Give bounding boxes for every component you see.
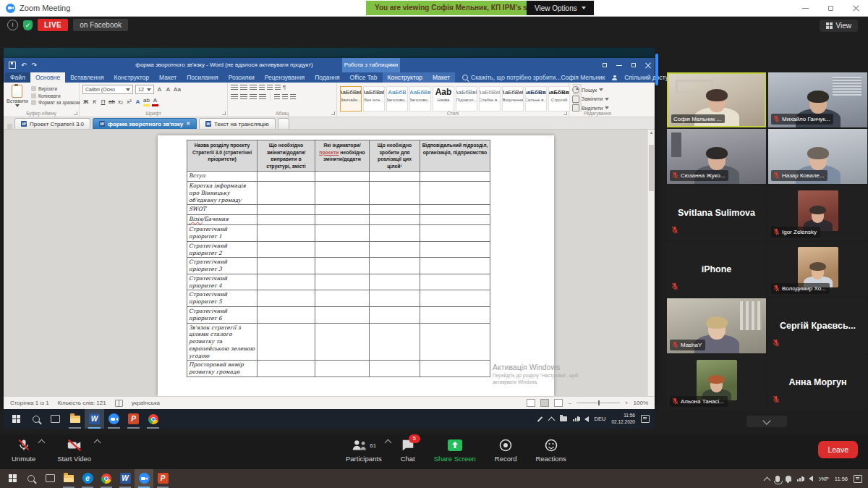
table-empty-cell[interactable] bbox=[420, 215, 490, 225]
participant-tile[interactable]: Сюзанна Жуко... bbox=[667, 129, 766, 184]
tab-menu-icon[interactable] bbox=[7, 124, 12, 129]
style-item[interactable]: АаБбВвГВиділення bbox=[502, 86, 524, 112]
clock[interactable]: 11:56 02.12.2020 bbox=[611, 413, 635, 426]
table-row-label[interactable]: Зв'язок стратегії з цілями сталого розви… bbox=[187, 323, 258, 361]
table-empty-cell[interactable] bbox=[315, 290, 370, 307]
table-row-label[interactable]: Вступ bbox=[187, 172, 258, 182]
table-header-cell[interactable]: Які індикатори/проекти необхідно змінити… bbox=[315, 140, 370, 172]
style-item[interactable]: АаБбВЗаголово... bbox=[386, 86, 408, 112]
ribbon-tab[interactable]: Рецензування bbox=[260, 72, 310, 83]
participant-tile[interactable]: Софія Мельник ... bbox=[667, 72, 766, 127]
borders-icon[interactable] bbox=[290, 94, 296, 100]
table-empty-cell[interactable] bbox=[315, 241, 370, 258]
language-tray[interactable]: УКР bbox=[819, 476, 829, 482]
multilevel-list-icon[interactable] bbox=[250, 85, 257, 91]
start-icon[interactable] bbox=[3, 469, 22, 488]
start-icon[interactable] bbox=[7, 409, 26, 429]
table-empty-cell[interactable] bbox=[258, 205, 315, 215]
table-empty-cell[interactable] bbox=[420, 182, 490, 205]
document-tab[interactable]: WПроект Стратегії 3.0 bbox=[14, 118, 90, 129]
font-command-icon[interactable]: А bbox=[156, 85, 163, 93]
participant-tile[interactable]: Михайло Ганчук... bbox=[768, 72, 867, 127]
table-row-label[interactable]: SWOT bbox=[187, 205, 258, 215]
zoom-slider[interactable] bbox=[576, 403, 620, 403]
style-item[interactable]: AabНазва bbox=[433, 86, 454, 112]
line-spacing-icon[interactable] bbox=[274, 94, 280, 100]
show-marks-icon[interactable]: ¶ bbox=[283, 85, 286, 91]
table-empty-cell[interactable] bbox=[370, 172, 420, 182]
font-name-box[interactable]: Calibri (Осно bbox=[82, 85, 133, 94]
table-empty-cell[interactable] bbox=[370, 274, 420, 290]
ribbon-tab[interactable]: Файл bbox=[5, 72, 30, 83]
clipboard-command[interactable]: Копіювати bbox=[31, 93, 80, 98]
dialog-launcher-icon[interactable] bbox=[563, 112, 567, 115]
font-command-icon[interactable]: К bbox=[91, 98, 98, 106]
table-empty-cell[interactable] bbox=[420, 258, 490, 274]
align-right-icon[interactable] bbox=[250, 94, 257, 100]
participant-tile[interactable]: iPhone bbox=[667, 242, 766, 297]
zoom-icon[interactable] bbox=[104, 409, 124, 429]
clock[interactable]: 11:56 bbox=[835, 476, 848, 482]
unmute-button[interactable]: Unmute bbox=[12, 437, 35, 463]
ribbon-options-icon[interactable] bbox=[602, 62, 608, 68]
document-scrollbar[interactable]: ▲ bbox=[647, 130, 655, 396]
table-empty-cell[interactable] bbox=[258, 323, 315, 361]
font-command-icon[interactable]: П bbox=[100, 98, 106, 106]
font-command-icon[interactable]: А bbox=[152, 96, 158, 106]
table-empty-cell[interactable] bbox=[258, 182, 315, 205]
ribbon-tab[interactable]: Подання bbox=[310, 72, 344, 83]
context-ribbon-tab[interactable]: Конструктор bbox=[383, 72, 427, 83]
maximize-icon[interactable] bbox=[827, 5, 834, 12]
paste-button[interactable]: Вставити bbox=[7, 85, 28, 110]
table-empty-cell[interactable] bbox=[370, 225, 420, 242]
info-icon[interactable]: i bbox=[7, 20, 18, 30]
powerpoint-icon[interactable]: P bbox=[153, 469, 172, 488]
page-indicator[interactable]: Сторінка 1 із 1 bbox=[10, 400, 49, 406]
save-icon[interactable] bbox=[9, 62, 16, 69]
word-minimize-icon[interactable] bbox=[616, 62, 622, 68]
table-empty-cell[interactable] bbox=[420, 361, 490, 377]
table-row-label[interactable]: Стратегічний пріоритет 2 bbox=[187, 241, 258, 258]
participant-tile[interactable]: MashaY bbox=[667, 298, 766, 353]
table-row-label[interactable]: Стратегічний пріоритет 3 bbox=[187, 258, 258, 274]
participant-tile[interactable]: Назар Ковале... bbox=[768, 129, 867, 184]
table-empty-cell[interactable] bbox=[420, 307, 490, 324]
bell-icon[interactable] bbox=[786, 476, 791, 481]
table-empty-cell[interactable] bbox=[420, 172, 490, 182]
ribbon-tab[interactable]: Конструктор bbox=[109, 72, 154, 83]
table-empty-cell[interactable] bbox=[315, 323, 370, 361]
share-screen-button[interactable]: Share Screen bbox=[434, 437, 476, 463]
chevron-up-icon[interactable] bbox=[765, 476, 770, 481]
clipboard-command[interactable]: Формат за зразком bbox=[31, 100, 80, 105]
ribbon-tab[interactable]: Основне bbox=[30, 72, 65, 83]
font-command-icon[interactable]: Аа bbox=[174, 85, 181, 93]
minimize-icon[interactable] bbox=[802, 5, 809, 12]
shield-icon[interactable]: ✓ bbox=[23, 20, 33, 30]
notification-icon[interactable] bbox=[641, 415, 650, 423]
table-empty-cell[interactable] bbox=[258, 241, 315, 258]
gallery-view-button[interactable]: View bbox=[820, 20, 859, 32]
search-icon[interactable] bbox=[22, 469, 41, 488]
table-empty-cell[interactable] bbox=[370, 361, 420, 377]
participant-tile[interactable]: Альона Танасі... bbox=[667, 355, 766, 410]
chrome-icon[interactable] bbox=[97, 469, 116, 488]
table-empty-cell[interactable] bbox=[258, 172, 315, 182]
participant-tile[interactable]: Сергій Краєвсь... bbox=[768, 298, 867, 353]
tell-me-box[interactable]: Скажіть, що потрібно зробити... bbox=[462, 72, 561, 83]
folder-tray-icon[interactable] bbox=[560, 416, 567, 421]
new-tab-stub[interactable] bbox=[278, 118, 289, 129]
chevron-up-icon[interactable] bbox=[384, 439, 391, 447]
dialog-launcher-icon[interactable] bbox=[331, 112, 335, 115]
language-indicator[interactable]: українська bbox=[132, 400, 160, 406]
participant-tile[interactable]: Анна Моргун bbox=[768, 355, 867, 410]
table-empty-cell[interactable] bbox=[420, 290, 490, 307]
increase-indent-icon[interactable] bbox=[267, 85, 273, 91]
table-empty-cell[interactable] bbox=[258, 258, 315, 274]
table-header-cell[interactable]: Що необхідно змінити/додати/виправити в … bbox=[258, 140, 315, 172]
table-empty-cell[interactable] bbox=[315, 205, 370, 215]
table-row-label[interactable]: Стратегічний пріоритет 5 bbox=[187, 290, 258, 307]
ribbon-tab[interactable]: Office Tab bbox=[345, 72, 383, 83]
dialog-launcher-icon[interactable] bbox=[222, 112, 226, 115]
align-center-icon[interactable] bbox=[240, 94, 247, 100]
scroll-up-icon[interactable]: ▲ bbox=[648, 130, 655, 136]
